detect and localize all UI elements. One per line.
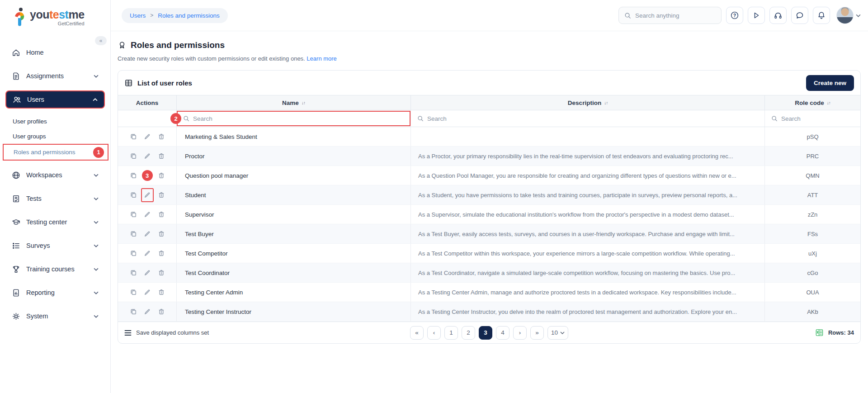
trophy-icon [12,265,20,274]
duplicate-icon[interactable] [130,289,137,296]
table-row: Test Coordinator As a Test Coordinator, … [118,263,860,283]
role-name: Marketing & Sales Student [177,127,411,146]
edit-icon[interactable]: 3 [141,169,154,183]
edit-icon[interactable] [141,188,154,202]
sidebar-item-reporting[interactable]: Reporting [5,284,105,302]
page-button-1[interactable]: 1 [444,326,458,340]
role-description: As a Testing Center Instructor, you delv… [411,302,765,321]
role-code: FSs [765,224,860,243]
table-row: Test Buyer As a Test Buyer, easily acces… [118,224,860,244]
delete-icon[interactable] [158,308,165,315]
duplicate-icon[interactable] [130,211,137,218]
page-button-2[interactable]: 2 [462,326,475,340]
table-header: Actions Name↓↑ Description↓↑ Role code↓↑ [118,95,860,110]
logo: youtestme GetCertified [0,0,110,31]
sidebar-item-user-profiles[interactable]: User profiles [0,114,110,129]
delete-icon[interactable] [158,269,165,276]
sidebar-item-users[interactable]: Users [5,90,105,109]
breadcrumb-roles-and-permissions[interactable]: Roles and permissions [158,12,220,19]
create-new-button[interactable]: Create new [806,75,854,91]
duplicate-icon[interactable] [130,152,137,160]
column-header-name[interactable]: Name↓↑ [177,95,411,110]
duplicate-icon[interactable] [130,191,137,199]
page-size-select[interactable]: 10 [547,326,568,340]
delete-icon[interactable] [158,211,165,218]
sidebar-item-system[interactable]: System [5,307,105,325]
role-code: uXj [765,244,860,263]
users-icon [13,95,21,104]
sort-icon[interactable]: ↓↑ [604,100,608,105]
name-search-input[interactable] [193,115,404,122]
duplicate-icon[interactable] [130,133,137,140]
notifications-button[interactable] [813,7,830,24]
sidebar-item-roles-and-permissions[interactable]: Roles and permissions 1 [3,144,108,161]
sort-icon[interactable]: ↓↑ [827,100,830,105]
delete-icon[interactable] [158,230,165,237]
sidebar-item-testing-center[interactable]: Testing center [5,213,105,231]
sidebar-item-training-courses[interactable]: Training courses [5,260,105,278]
delete-icon[interactable] [158,250,165,257]
global-search-input[interactable] [635,12,716,19]
delete-icon[interactable] [158,172,165,179]
role-description: As a Question Pool Manager, you are resp… [411,166,765,185]
column-header-role-code[interactable]: Role code↓↑ [765,95,860,110]
edit-icon[interactable] [141,227,154,241]
edit-icon[interactable] [141,208,154,222]
support-button[interactable] [769,7,787,24]
bell-icon [817,11,826,20]
breadcrumb-separator: > [150,12,153,19]
page-button-4[interactable]: 4 [496,326,509,340]
role-code: pSQ [765,127,860,146]
chat-button[interactable] [791,7,808,24]
role-description: As a Test Coordinator, navigate a simula… [411,263,765,282]
sidebar-item-assignments[interactable]: Assignments [5,67,105,85]
edit-icon[interactable] [141,285,154,299]
sidebar-item-home[interactable]: Home [5,43,105,62]
role-code: ATT [765,185,860,204]
global-search[interactable] [618,7,722,24]
duplicate-icon[interactable] [130,230,137,237]
page-button-3-active[interactable]: 3 [479,326,492,340]
role-code-search-input[interactable] [781,115,854,122]
table-row: Supervisor As a Supervisor, simulate the… [118,205,860,224]
users-submenu: User profiles User groups Roles and perm… [0,114,110,161]
first-page-button[interactable]: « [410,326,424,340]
prev-page-button[interactable]: ‹ [427,326,441,340]
delete-icon[interactable] [158,152,165,160]
column-header-actions[interactable]: Actions [118,95,177,110]
sidebar-item-tests[interactable]: Tests [5,189,105,208]
delete-icon[interactable] [158,191,165,199]
name-search-box[interactable] [177,111,410,126]
duplicate-icon[interactable] [130,250,137,257]
edit-icon[interactable] [141,130,154,144]
sort-icon[interactable]: ↓↑ [302,100,305,105]
role-description: As a Supervisor, simulate the educationa… [411,205,765,224]
last-page-button[interactable]: » [530,326,544,340]
sidebar-item-user-groups[interactable]: User groups [0,129,110,144]
edit-icon[interactable] [141,246,154,260]
next-page-button[interactable]: › [513,326,527,340]
tutorial-video-button[interactable] [748,7,765,24]
sidebar-item-surveys[interactable]: Surveys [5,237,105,255]
duplicate-icon[interactable] [130,269,137,276]
delete-icon[interactable] [158,289,165,296]
description-search-input[interactable] [427,115,758,122]
role-name: Supervisor [177,205,411,224]
duplicate-icon[interactable] [130,172,137,179]
help-button[interactable]: ? [726,7,743,24]
edit-icon[interactable] [141,305,154,319]
user-menu[interactable] [836,7,861,24]
delete-icon[interactable] [158,133,165,140]
save-columns-button[interactable]: Save displayed columns set [124,329,209,336]
breadcrumb-users[interactable]: Users [130,12,146,19]
avatar[interactable] [836,7,854,24]
sidebar-item-label: Reporting [26,289,55,296]
search-cell-role-code [765,110,860,127]
edit-icon[interactable] [141,149,154,163]
column-header-description[interactable]: Description↓↑ [411,95,765,110]
sidebar-item-workspaces[interactable]: Workspaces [5,166,105,184]
duplicate-icon[interactable] [130,308,137,315]
excel-export-icon[interactable] [815,328,824,337]
edit-icon[interactable] [141,266,154,280]
learn-more-link[interactable]: Learn more [307,55,336,62]
